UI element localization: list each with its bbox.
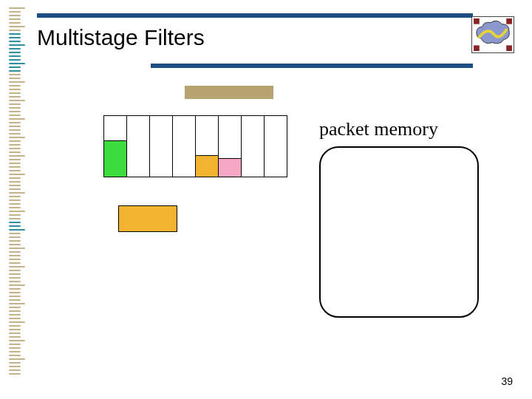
- filter-bucket: [241, 115, 265, 177]
- svg-rect-3: [506, 45, 512, 51]
- incoming-packet: [118, 205, 177, 232]
- svg-rect-0: [474, 18, 480, 24]
- title-rule-bottom: [151, 64, 473, 68]
- filter-stage-chart: [103, 115, 293, 177]
- slide-logo: [471, 16, 514, 53]
- filter-bucket: [126, 115, 150, 177]
- title-stub: [185, 86, 273, 99]
- title-rule-top: [37, 13, 473, 18]
- filter-bucket: [172, 115, 196, 177]
- filter-bucket: [218, 115, 242, 177]
- filter-bucket: [264, 115, 287, 177]
- svg-rect-2: [474, 45, 480, 51]
- router-cloud-icon: [472, 17, 514, 52]
- slide-title: Multistage Filters: [37, 25, 205, 50]
- packet-memory-box: [319, 146, 479, 318]
- filter-bucket: [103, 115, 127, 177]
- left-ruler: [9, 0, 25, 399]
- slide-number: 39: [501, 375, 513, 387]
- svg-rect-1: [506, 18, 512, 24]
- filter-bucket: [149, 115, 173, 177]
- filter-bucket: [195, 115, 219, 177]
- packet-memory-label: packet memory: [319, 118, 438, 140]
